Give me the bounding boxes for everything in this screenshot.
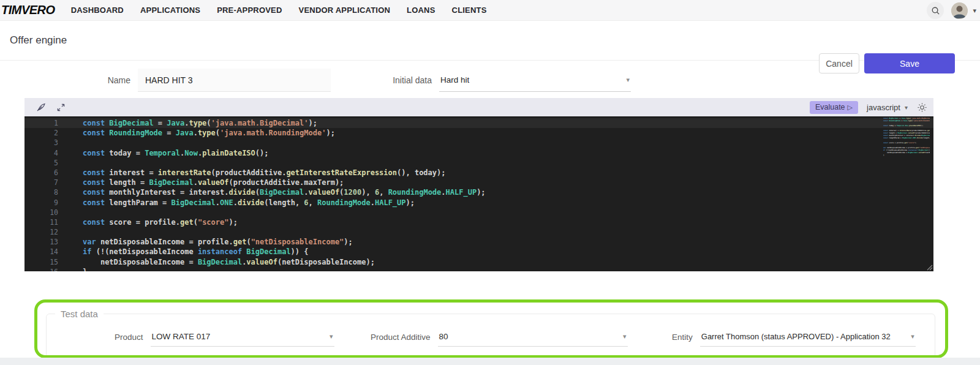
nav-item-applications[interactable]: APPLICATIONS bbox=[140, 6, 200, 15]
field-select-product-additive[interactable]: 80▾ bbox=[438, 327, 628, 347]
line-number: 11 bbox=[24, 217, 72, 227]
code-line: } bbox=[83, 267, 884, 271]
chevron-down-icon: ▾ bbox=[911, 333, 914, 341]
initial-data-field-group: Initial data Hard hit ▾ bbox=[378, 69, 631, 92]
nav-item-pre-approved[interactable]: PRE-APPROVED bbox=[217, 6, 282, 15]
line-number: 1 bbox=[24, 118, 72, 128]
expand-icon bbox=[56, 103, 66, 112]
nav-menu: DASHBOARDAPPLICATIONSPRE-APPROVEDVENDOR … bbox=[71, 6, 487, 15]
test-data-highlight-box: Test data ProductLOW RATE 017▾Product Ad… bbox=[34, 299, 948, 358]
code-line: const lengthParam = BigDecimal.ONE.divid… bbox=[83, 198, 884, 208]
code-editor: Evaluate ▷ javascript ▾ bbox=[24, 98, 933, 271]
page-header: Offer engine Cancel Save bbox=[0, 21, 980, 61]
expand-button[interactable] bbox=[55, 102, 66, 113]
line-number: 10 bbox=[24, 208, 72, 217]
nav-item-dashboard[interactable]: DASHBOARD bbox=[71, 6, 124, 15]
editor-toolbar: Evaluate ▷ javascript ▾ bbox=[24, 98, 933, 116]
initial-data-label: Initial data bbox=[378, 75, 432, 85]
line-number: 5 bbox=[24, 158, 72, 168]
play-icon: ▷ bbox=[848, 103, 853, 111]
test-data-legend: Test data bbox=[55, 309, 104, 319]
resize-handle[interactable] bbox=[925, 263, 933, 271]
code-line: const monthlyInterest = interest.divide(… bbox=[83, 187, 884, 197]
user-avatar[interactable] bbox=[951, 2, 968, 19]
test-field-product: ProductLOW RATE 017▾ bbox=[115, 327, 334, 347]
field-value: Garret Thomson (status APPROVED) - Appli… bbox=[701, 332, 891, 341]
pen-icon bbox=[36, 102, 46, 112]
initial-data-value: Hard hit bbox=[440, 75, 469, 85]
avatar-image bbox=[951, 2, 968, 19]
code-area[interactable]: 12345678910111213141516 const BigDecimal… bbox=[24, 116, 933, 271]
line-number: 15 bbox=[24, 257, 72, 267]
field-label: Product Additive bbox=[371, 333, 431, 342]
language-value: javascript bbox=[867, 103, 900, 112]
search-icon bbox=[931, 6, 940, 15]
field-select-entity[interactable]: Garret Thomson (status APPROVED) - Appli… bbox=[700, 327, 916, 347]
evaluate-button[interactable]: Evaluate ▷ bbox=[810, 101, 858, 114]
sun-icon bbox=[918, 103, 927, 112]
bottom-panel-edge bbox=[0, 358, 980, 365]
field-value: 80 bbox=[439, 332, 448, 341]
evaluate-label: Evaluate bbox=[815, 103, 845, 111]
chevron-down-icon: ▾ bbox=[626, 76, 630, 84]
code-line bbox=[83, 227, 884, 237]
code-line: const RoundingMode = Java.type('java.mat… bbox=[83, 128, 884, 138]
nav-right-controls: ▾ bbox=[927, 0, 976, 21]
line-number: 13 bbox=[24, 237, 72, 247]
line-number: 16 bbox=[24, 267, 72, 271]
initial-data-select[interactable]: Hard hit ▾ bbox=[439, 69, 631, 92]
line-number: 7 bbox=[24, 178, 72, 187]
top-navigation-bar: TIMVERO DASHBOARDAPPLICATIONSPRE-APPROVE… bbox=[0, 0, 980, 21]
minimap-line: netDisposableIncome = BigDecimal.valueOf… bbox=[883, 152, 930, 154]
test-field-entity: EntityGarret Thomson (status APPROVED) -… bbox=[672, 327, 916, 347]
field-label: Product bbox=[115, 333, 143, 342]
field-value: LOW RATE 017 bbox=[152, 332, 211, 341]
nav-item-vendor-application[interactable]: VENDOR APPLICATION bbox=[299, 6, 391, 15]
code-line: const interest = interestRate(productAdd… bbox=[83, 168, 884, 178]
minimap-line: const today = Temporal.Now.plainDateISO(… bbox=[883, 125, 930, 127]
edit-button[interactable] bbox=[36, 102, 47, 113]
line-number: 9 bbox=[24, 198, 72, 208]
test-field-product-additive: Product Additive80▾ bbox=[371, 327, 628, 347]
line-number: 2 bbox=[24, 128, 72, 138]
search-button[interactable] bbox=[927, 2, 944, 19]
code-line: const today = Temporal.Now.plainDateISO(… bbox=[83, 148, 884, 158]
code-line: const BigDecimal = Java.type('java.math.… bbox=[83, 118, 884, 128]
user-menu-chevron-down-icon[interactable]: ▾ bbox=[973, 7, 976, 15]
field-label: Entity bbox=[672, 333, 693, 342]
name-label: Name bbox=[92, 75, 130, 85]
line-number: 6 bbox=[24, 168, 72, 178]
save-button[interactable]: Save bbox=[864, 53, 955, 73]
code-line: var netDisposableIncome = profile.get("n… bbox=[83, 237, 884, 247]
name-field-group: Name HARD HIT 3 bbox=[92, 69, 331, 92]
chevron-down-icon: ▾ bbox=[623, 333, 627, 341]
code-lines: const BigDecimal = Java.type('java.math.… bbox=[83, 118, 884, 271]
line-number: 8 bbox=[24, 187, 72, 197]
code-line bbox=[83, 208, 884, 217]
line-number: 12 bbox=[24, 227, 72, 237]
nav-item-clients[interactable]: CLIENTS bbox=[452, 6, 487, 15]
minimap-line: } bbox=[883, 154, 930, 157]
theme-toggle-button[interactable] bbox=[916, 102, 927, 113]
page-title: Offer engine bbox=[10, 34, 67, 47]
code-line: const score = profile.get("score"); bbox=[83, 217, 884, 227]
code-line: netDisposableIncome = BigDecimal.valueOf… bbox=[83, 257, 884, 267]
line-number: 14 bbox=[24, 247, 72, 257]
field-select-product[interactable]: LOW RATE 017▾ bbox=[151, 327, 334, 347]
minimap-line: const lengthParam = BigDecimal.ONE.divid… bbox=[883, 137, 930, 140]
minimap-line: const RoundingMode = Java.type('java.mat… bbox=[883, 120, 930, 122]
code-line bbox=[83, 158, 884, 168]
code-line: if (!(netDisposableIncome instanceof Big… bbox=[83, 247, 884, 257]
code-line bbox=[83, 138, 884, 148]
language-select[interactable]: javascript ▾ bbox=[867, 103, 908, 112]
chevron-down-icon: ▾ bbox=[905, 104, 908, 111]
brand-logo[interactable]: TIMVERO bbox=[1, 3, 55, 17]
minimap[interactable]: const BigDecimal = Java.type('java.math.… bbox=[883, 118, 930, 157]
chevron-down-icon: ▾ bbox=[330, 333, 333, 341]
code-line: const length = BigDecimal.valueOf(produc… bbox=[83, 178, 884, 187]
cancel-button[interactable]: Cancel bbox=[819, 53, 859, 73]
nav-item-loans[interactable]: LOANS bbox=[407, 6, 435, 15]
gutter: 12345678910111213141516 bbox=[24, 118, 72, 271]
name-input[interactable]: HARD HIT 3 bbox=[138, 69, 331, 92]
line-number: 4 bbox=[24, 148, 72, 158]
